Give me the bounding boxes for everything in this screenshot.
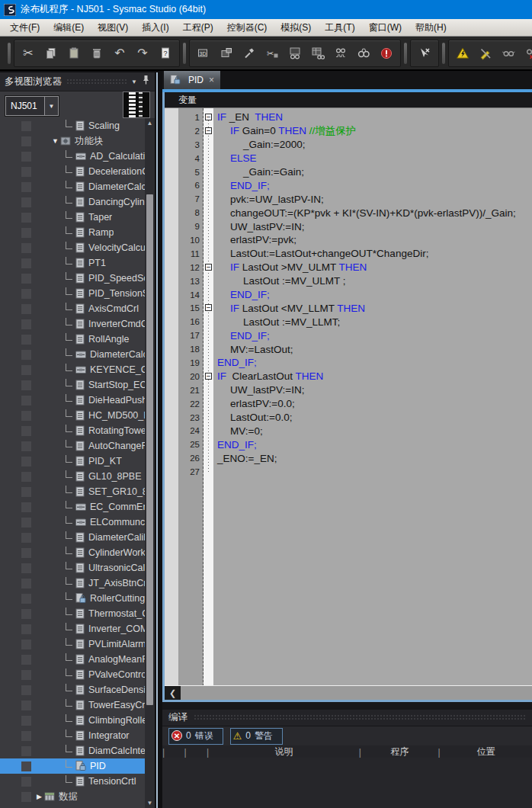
code-text[interactable]: END_IF; — [214, 439, 257, 450]
horizontal-scrollbar[interactable]: ❮ — [165, 685, 532, 700]
expand-arrow-icon[interactable]: ▶ — [34, 793, 44, 800]
code-text[interactable]: UW_lastPV:=IN; — [214, 221, 304, 232]
tree-item-thermostat_c[interactable]: Thermostat_C — [0, 606, 145, 621]
scroll-down-icon[interactable]: ▼ — [145, 798, 155, 808]
redo-button[interactable]: ↷ — [131, 42, 154, 65]
code-text[interactable]: END_IF; — [214, 289, 270, 300]
fold-collapse-icon[interactable]: − — [205, 127, 212, 134]
fold-collapse-icon[interactable]: − — [205, 114, 212, 120]
code-text[interactable]: erlastPV:=pvk; — [214, 234, 296, 245]
tree-item-dieheadpushi[interactable]: DieHeadPushi — [0, 393, 145, 408]
tree-item-keyence_gt2[interactable]: KEYENCE_GT2 — [0, 362, 145, 377]
tree-item-elcommuncti[interactable]: ELCommuncti — [0, 515, 145, 530]
tree-item-inverter_com[interactable]: Inverter_COM — [0, 621, 145, 636]
new-window-button[interactable] — [215, 42, 238, 65]
controller-select[interactable]: NJ501 ▼ — [5, 96, 59, 116]
code-text[interactable]: END_IF; — [214, 180, 270, 191]
code-text[interactable]: IF Gain=0 THEN //增益保护 — [214, 124, 356, 138]
menu-item-2[interactable]: 编辑(E) — [46, 20, 91, 36]
help-button[interactable]: ? — [154, 42, 177, 65]
menu-item-4[interactable]: 插入(I) — [135, 20, 175, 36]
tree-item-cylinderwork[interactable]: CylinderWork — [0, 545, 145, 560]
tree-item-tensioncrtl[interactable]: TensionCrtl — [0, 774, 145, 789]
code-text[interactable]: LastOut:=LastOut+changeOUT*ChangeDir; — [214, 248, 428, 259]
tree-item-jt_axisbtncrl[interactable]: JT_AxisBtnCrl — [0, 576, 145, 591]
fold-collapse-icon[interactable]: − — [205, 304, 212, 311]
tree-item-ec_commerr[interactable]: EC_CommErr — [0, 499, 145, 515]
tree-item-rollercuttingt[interactable]: RollerCuttingT — [0, 591, 145, 606]
view-3d-button[interactable]: 3D — [192, 42, 215, 65]
scroll-left-icon[interactable]: ❮ — [165, 686, 181, 700]
code-text[interactable]: _Gain:=Gain; — [214, 166, 304, 178]
tools-button[interactable] — [238, 42, 261, 65]
menu-item-9[interactable]: 窗口(W) — [362, 20, 409, 36]
watch-button[interactable] — [497, 42, 520, 65]
tree-item-axiscmdcrl[interactable]: AxisCmdCrl — [0, 301, 145, 316]
tree-item-pt1[interactable]: PT1 — [0, 255, 145, 271]
copy-button[interactable] — [40, 42, 62, 65]
tree-scrollbar-thumb[interactable] — [146, 194, 153, 705]
code-text[interactable]: IF _EN THEN — [214, 111, 283, 123]
build-warning-button[interactable] — [451, 42, 474, 65]
tree-item-set_gr10_8p[interactable]: SET_GR10_8P — [0, 484, 145, 499]
tree-item-dancingcylind[interactable]: DancingCylind — [0, 194, 145, 210]
code-text[interactable]: ELSE — [214, 152, 257, 164]
tree-item-pid_kt[interactable]: PID_KT — [0, 454, 145, 469]
tree-item-pid_tensionsc[interactable]: PID_TensionSc — [0, 286, 145, 301]
tab-pid[interactable]: PID × — [164, 71, 220, 89]
tree-item-autochanger[interactable]: AutoChangeR — [0, 438, 145, 454]
tree-scrollbar[interactable]: ▲ ▼ — [145, 118, 155, 808]
tree-item-scaling[interactable]: Scaling — [0, 118, 145, 133]
paste-button[interactable] — [62, 42, 85, 65]
tree-item-ultrasoniccali[interactable]: UltrasonicCali — [0, 560, 145, 576]
tree-item-taper[interactable]: Taper — [0, 210, 145, 225]
warnings-filter-button[interactable]: ⚠ 0 警告 — [230, 728, 283, 745]
tree-item-rollangle[interactable]: RollAngle — [0, 332, 145, 347]
tree-item-diametercalib[interactable]: DiameterCalib — [0, 530, 145, 545]
menu-item-5[interactable]: 工程(P) — [176, 20, 220, 36]
tree-item-surfacedensit[interactable]: SurfaceDensit — [0, 682, 145, 697]
pin-icon[interactable] — [142, 75, 150, 88]
code-text[interactable]: pvk:=UW_lastPV-IN; — [214, 194, 324, 205]
variable-cut-button[interactable]: ✂ — [261, 42, 284, 65]
table-search-button[interactable] — [306, 42, 329, 65]
tree-item-rotatingtowe[interactable]: RotatingTowe — [0, 423, 145, 438]
tree-item-decelerationc[interactable]: DecelerationC — [0, 164, 145, 179]
tree-item-ramp[interactable]: Ramp — [0, 225, 145, 240]
watch-window-button[interactable] — [284, 42, 306, 65]
tree-item-diametercalcu[interactable]: DiameterCalcu — [0, 179, 145, 194]
tree-item-startstop_eca[interactable]: StartStop_ECa — [0, 377, 145, 393]
menu-item-7[interactable]: 模拟(S) — [274, 20, 318, 36]
code-text[interactable]: _Gain:=2000; — [214, 139, 305, 150]
menu-item-3[interactable]: 视图(V) — [91, 20, 135, 36]
tree-item-pid_speedsca[interactable]: PID_SpeedSca — [0, 271, 145, 286]
tree-item-diametercalcu[interactable]: DiameterCalcu — [0, 347, 145, 362]
tree-item-数据[interactable]: ▶数据 — [0, 789, 145, 804]
undo-button[interactable]: ↶ — [108, 42, 131, 65]
menu-item-8[interactable]: 工具(T) — [318, 20, 361, 36]
tree-item-pvlimitalarm[interactable]: PVLimitAlarm — [0, 636, 145, 652]
tree-item-gl10_8pbe[interactable]: GL10_8PBE — [0, 469, 145, 484]
tree-item-velocitycalcul[interactable]: VelocityCalcul — [0, 240, 145, 255]
code-text[interactable]: UW_lastPV:=IN; — [214, 384, 304, 396]
tree-item-ad_calculatio[interactable]: AD_Calculatio — [0, 149, 145, 164]
errors-filter-button[interactable]: ✕ 0 错误 — [168, 728, 223, 745]
panel-splitter[interactable] — [156, 72, 158, 808]
menu-item-10[interactable]: 帮助(H) — [409, 20, 453, 36]
code-text[interactable]: MV:=0; — [214, 425, 263, 437]
fold-collapse-icon[interactable]: − — [205, 264, 212, 271]
abort-button[interactable] — [375, 42, 398, 65]
tree-item-diamcalcinteg[interactable]: DiamCalcInteg — [0, 743, 145, 758]
code-text[interactable]: erlastPV:=0.0; — [214, 398, 295, 409]
chevron-down-icon[interactable]: ▼ — [131, 79, 137, 85]
delete-button[interactable] — [85, 42, 108, 65]
code-text[interactable]: _ENO:=_EN; — [214, 453, 277, 464]
collapse-arrow-icon[interactable]: ▼ — [50, 137, 60, 145]
code-text[interactable]: IF LastOut <MV_LLMT THEN — [214, 303, 365, 314]
tree-item-towereasycrtl[interactable]: TowerEasyCrtl — [0, 697, 145, 713]
code-text[interactable]: LastOut :=MV_ULMT ; — [214, 275, 345, 287]
tree-item-climbingrolle[interactable]: ClimbingRolle — [0, 713, 145, 728]
tree-item-pid[interactable]: PID — [0, 758, 145, 774]
variables-section-header[interactable]: 变量 — [165, 92, 532, 108]
no-edit-button[interactable] — [474, 42, 497, 65]
